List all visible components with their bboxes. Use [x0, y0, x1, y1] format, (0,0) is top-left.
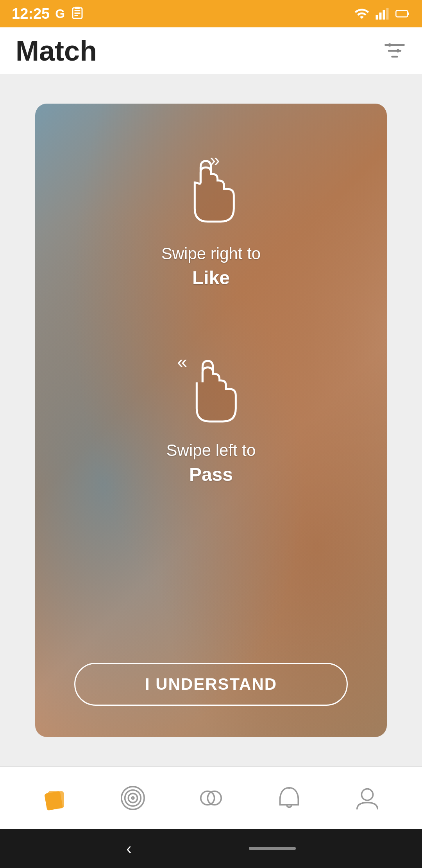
app-header: Match [0, 27, 422, 74]
svg-rect-6 [379, 13, 382, 20]
nav-item-discover[interactable] [113, 778, 152, 818]
swipe-tutorial-card: » Swipe right to Like « [35, 104, 387, 737]
bottom-nav [0, 766, 422, 829]
swipe-left-section: « Swipe left to Pass [166, 332, 256, 497]
status-left: 12:25 G [12, 5, 84, 22]
home-pill[interactable] [249, 847, 296, 850]
nav-item-profile[interactable] [348, 778, 387, 818]
nav-item-notifications[interactable] [270, 778, 309, 818]
page-title: Match [16, 35, 97, 67]
svg-point-24 [132, 797, 134, 799]
svg-rect-2 [75, 10, 80, 11]
card-content: » Swipe right to Like « [59, 135, 363, 706]
system-nav-bar: ‹ [0, 829, 422, 868]
svg-rect-8 [386, 8, 389, 20]
nav-item-messages[interactable] [191, 778, 231, 818]
svg-text:«: « [177, 352, 187, 372]
main-content: » Swipe right to Like « [0, 74, 422, 766]
swipe-right-action: Like [192, 267, 230, 289]
svg-rect-5 [376, 15, 378, 20]
svg-point-27 [361, 789, 373, 800]
svg-rect-7 [383, 10, 385, 20]
status-time: 12:25 [12, 5, 50, 22]
nav-item-cards[interactable] [35, 778, 74, 818]
svg-point-23 [128, 793, 137, 802]
status-bar: 12:25 G [0, 0, 422, 27]
swipe-left-icon: « [172, 343, 250, 429]
google-icon: G [55, 7, 65, 21]
svg-point-15 [388, 43, 392, 47]
swipe-right-icon: » [172, 147, 250, 233]
svg-rect-3 [75, 13, 80, 14]
swipe-right-label: Swipe right to [161, 244, 261, 263]
swipe-left-label: Swipe left to [166, 441, 256, 460]
svg-point-16 [396, 49, 400, 53]
signal-icon [375, 7, 389, 21]
swipe-right-section: » Swipe right to Like [161, 135, 261, 300]
svg-rect-4 [75, 15, 78, 16]
battery-icon [395, 6, 410, 22]
filter-button[interactable] [383, 39, 406, 63]
back-button[interactable]: ‹ [126, 840, 131, 857]
clipboard-icon [70, 5, 84, 22]
status-right [354, 6, 410, 22]
svg-rect-20 [48, 791, 64, 808]
svg-rect-10 [408, 13, 409, 15]
understand-button[interactable]: I UNDERSTAND [74, 663, 348, 706]
swipe-left-action: Pass [189, 464, 233, 485]
svg-rect-11 [397, 11, 407, 16]
wifi-icon [354, 6, 370, 22]
svg-point-22 [125, 790, 141, 806]
